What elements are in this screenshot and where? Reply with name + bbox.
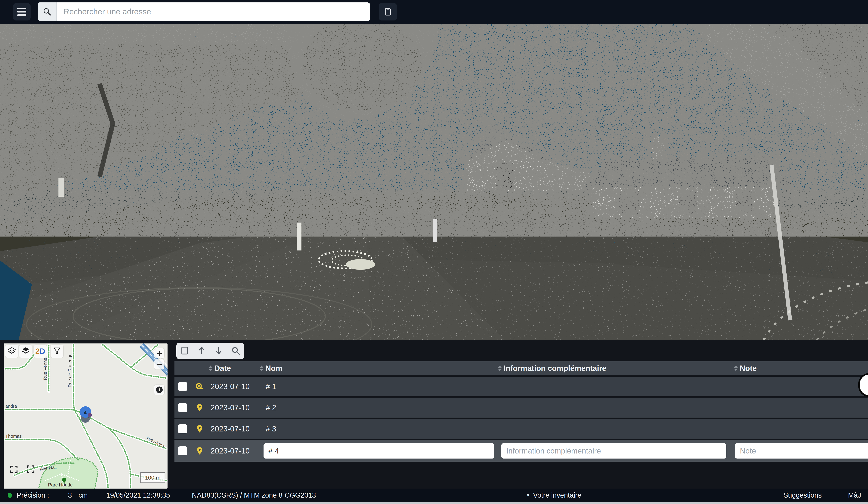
horizontal-scrollbar[interactable] — [0, 502, 868, 504]
move-down-icon[interactable] — [214, 346, 224, 356]
marker-label: 4 — [84, 410, 86, 415]
row-checkbox[interactable] — [178, 403, 187, 412]
info-input[interactable] — [502, 443, 726, 459]
status-bar: Précision : 3 cm 19/05/2021 12:38:35 NAD… — [0, 489, 868, 502]
geoid-label: CGG2013 — [285, 489, 316, 502]
row-checkbox[interactable] — [178, 382, 187, 391]
column-header-note[interactable]: Note — [734, 361, 757, 375]
move-up-icon[interactable] — [197, 346, 207, 356]
row-checkbox[interactable] — [178, 447, 187, 455]
row-name: # 2 — [266, 398, 276, 418]
column-header-info[interactable]: Information complémentaire — [498, 361, 606, 375]
menu-button[interactable] — [13, 3, 31, 20]
row-checkbox[interactable] — [178, 424, 187, 433]
top-bar: JAKAR TOWNS ? — [0, 0, 868, 24]
fullscreen-icon — [25, 464, 35, 474]
street-label: Rue Venne — [42, 358, 48, 380]
inventory-dropdown[interactable]: ▼ Votre inventaire — [526, 489, 581, 502]
table-row[interactable]: 2023-07-10 # 3 ▼ — [175, 419, 868, 439]
clipboard-button[interactable] — [379, 3, 397, 20]
name-input[interactable] — [264, 443, 494, 459]
search-icon — [38, 2, 56, 21]
table-row-editing[interactable]: 2023-07-10 ▼ — [175, 440, 868, 462]
row-name: # 1 — [266, 377, 276, 396]
clipboard-icon — [383, 7, 393, 17]
row-date: 2023-07-10 — [210, 419, 250, 439]
street-label: andra — [6, 403, 17, 409]
layers-button[interactable] — [19, 345, 32, 358]
crs-label: NAD83(CSRS) / MTM zone 8 — [192, 489, 282, 502]
suggestions-link[interactable]: Suggestions — [784, 489, 822, 502]
map-extent-button[interactable] — [25, 464, 36, 475]
column-header-name[interactable]: Nom — [259, 361, 282, 375]
layers-icon — [21, 346, 30, 356]
map-filter-button[interactable] — [51, 345, 63, 358]
street-label: Thomas — [6, 433, 22, 439]
map-2d-toggle[interactable]: 2D — [34, 345, 47, 358]
precision-status-dot — [8, 493, 12, 498]
row-date: 2023-07-10 — [210, 398, 250, 418]
layers-toggle-button[interactable] — [6, 345, 18, 358]
pin-icon — [195, 403, 204, 412]
column-header-date[interactable]: Date — [208, 361, 231, 375]
fullscreen-icon — [9, 465, 19, 474]
table-header: Date Nom Information complémentaire Note — [175, 361, 868, 375]
sort-icon — [208, 365, 213, 371]
update-link[interactable]: MàJ — [848, 489, 861, 502]
map-info-button[interactable]: i — [154, 385, 164, 395]
sort-icon — [259, 365, 264, 371]
precision-unit: cm — [79, 489, 88, 502]
table-selection-toolbar — [176, 343, 244, 359]
mode-2d-label: 2 — [35, 347, 40, 356]
row-date: 2023-07-10 — [210, 377, 250, 396]
sort-icon — [734, 365, 738, 371]
marker-secondary-dot — [88, 413, 92, 417]
map-fullscreen-button[interactable] — [9, 464, 19, 475]
minimap[interactable]: Rue Venne Rue de Rutledge andra Thomas A… — [3, 343, 168, 489]
row-name: # 3 — [266, 419, 276, 439]
pin-icon — [195, 424, 204, 433]
select-box-icon[interactable] — [180, 346, 190, 356]
app-window: JAKAR TOWNS ? — [0, 0, 868, 504]
zoom-to-icon[interactable] — [231, 346, 240, 356]
datetime: 19/05/2021 12:38:35 — [106, 489, 170, 502]
pointcloud-viewport[interactable] — [0, 24, 868, 340]
map-scale-bar: 100 m — [141, 472, 165, 483]
pin-icon — [195, 446, 204, 455]
park-label: Parc Houde — [48, 482, 73, 488]
table-row[interactable]: 2023-07-10 # 1 ▼ — [175, 377, 868, 396]
info-icon: i — [156, 387, 163, 393]
address-search — [38, 2, 370, 21]
table-row[interactable]: 2023-07-10 # 2 ▼ — [175, 398, 868, 418]
street-label: Rue de Rutledge — [67, 353, 72, 387]
map-zoom-out-button[interactable]: − — [154, 359, 164, 369]
bottom-panel: Rue Venne Rue de Rutledge andra Thomas A… — [0, 340, 868, 489]
map-zoom-in-button[interactable]: + — [154, 348, 164, 358]
precision-label: Précision : — [17, 489, 49, 502]
measure-tape-icon — [195, 382, 204, 391]
row-date: 2023-07-10 — [210, 440, 250, 462]
precision-value: 3 — [68, 489, 72, 502]
chevron-down-icon: ▼ — [526, 493, 530, 498]
note-input[interactable] — [735, 443, 868, 459]
layers-half-icon — [7, 346, 16, 356]
filter-icon — [52, 346, 61, 356]
sort-icon — [498, 365, 502, 371]
search-input[interactable] — [56, 2, 370, 21]
pointcloud-scene — [0, 24, 868, 340]
